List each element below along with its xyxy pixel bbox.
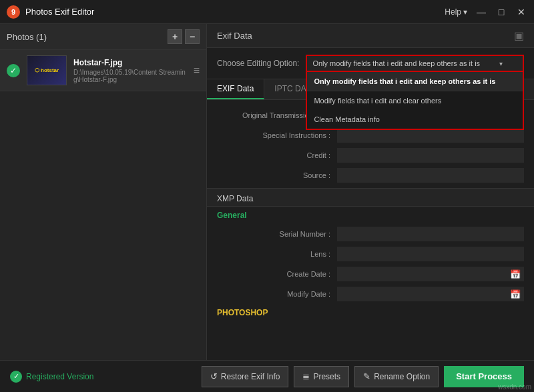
exif-header: Exif Data ▣ <box>207 24 534 48</box>
photos-buttons: + − <box>168 29 200 44</box>
photo-menu-icon[interactable]: ≡ <box>194 65 200 77</box>
rename-option-button[interactable]: ✎ Rename Option <box>354 366 439 387</box>
rename-icon: ✎ <box>363 371 370 381</box>
photo-thumbnail: ⬡ hotstar <box>27 55 67 85</box>
close-button[interactable]: ✕ <box>515 6 527 18</box>
field-label-modify-date: Modify Date : <box>217 290 330 298</box>
photo-path: D:\Images\10.05.19\Content Streaming\Hot… <box>73 69 187 83</box>
dropdown-selected-text: Only modify fields that i edit and keep … <box>312 59 480 67</box>
dropdown-item-0[interactable]: Only modify fields that i edit and keep … <box>307 72 523 91</box>
editing-option-dropdown[interactable]: Only modify fields that i edit and keep … <box>306 55 524 72</box>
rename-btn-label: Rename Option <box>374 372 430 381</box>
title-bar: 9 Photos Exif Editor Help ▾ — □ ✕ <box>0 0 534 24</box>
registered-status-icon: ✓ <box>10 371 22 383</box>
registered-text: Registered Version <box>26 372 93 381</box>
photo-check-icon: ✓ <box>7 64 20 77</box>
photo-info: Hotstar-F.jpg D:\Images\10.05.19\Content… <box>73 58 187 83</box>
field-row-modify-date: Modify Date : 📅 <box>207 284 534 304</box>
field-row-credit: Credit : <box>207 145 534 165</box>
field-label-credit: Credit : <box>217 151 330 159</box>
photo-filename: Hotstar-F.jpg <box>73 58 187 67</box>
left-panel: Photos (1) + − ✓ ⬡ hotstar Hotstar-F.jpg… <box>0 24 207 360</box>
restore-icon: ↺ <box>210 371 218 381</box>
field-input-create-date-wrapper: 📅 <box>337 267 524 281</box>
field-input-create-date[interactable] <box>340 270 510 278</box>
minimize-button[interactable]: — <box>475 6 487 18</box>
remove-photo-button[interactable]: − <box>185 29 200 44</box>
dropdown-arrow-icon: ▾ <box>499 60 503 67</box>
registered-status: ✓ Registered Version <box>10 371 93 383</box>
exif-title: Exif Data <box>217 31 252 41</box>
bottom-bar: ✓ Registered Version ↺ Restore Exif Info… <box>0 360 534 392</box>
editing-option-label: Choose Editing Option: <box>217 59 299 68</box>
help-button[interactable]: Help ▾ <box>445 7 467 17</box>
field-input-modify-date-wrapper: 📅 <box>337 287 524 301</box>
field-label-serial: Serial Number : <box>217 230 330 238</box>
field-input-serial[interactable] <box>337 227 524 241</box>
field-input-source[interactable] <box>337 168 524 183</box>
modify-date-calendar-icon[interactable]: 📅 <box>510 289 521 299</box>
exif-header-icon: ▣ <box>514 29 524 42</box>
presets-btn-label: Presets <box>313 372 340 381</box>
main-layout: Photos (1) + − ✓ ⬡ hotstar Hotstar-F.jpg… <box>0 24 534 360</box>
field-input-credit[interactable] <box>337 148 524 163</box>
restore-exif-button[interactable]: ↺ Restore Exif Info <box>202 366 289 387</box>
field-label-lens: Lens : <box>217 250 330 258</box>
general-label: General <box>207 207 534 224</box>
photoshop-label: PHOTOSHOP <box>207 304 534 321</box>
field-input-modify-date[interactable] <box>340 290 510 298</box>
field-row-serial: Serial Number : <box>207 224 534 244</box>
create-date-calendar-icon[interactable]: 📅 <box>510 269 521 279</box>
field-label-create-date: Create Date : <box>217 270 330 278</box>
presets-button[interactable]: ≣ Presets <box>294 366 349 387</box>
presets-icon: ≣ <box>302 371 310 381</box>
field-input-lens[interactable] <box>337 247 524 261</box>
field-row-lens: Lens : <box>207 244 534 264</box>
photo-list-item[interactable]: ✓ ⬡ hotstar Hotstar-F.jpg D:\Images\10.0… <box>0 50 206 91</box>
app-icon: 9 <box>7 5 20 19</box>
editing-option-dropdown-menu: Only modify fields that i edit and keep … <box>306 72 524 130</box>
right-panel: Exif Data ▣ Choose Editing Option: Only … <box>207 24 534 360</box>
photos-header: Photos (1) + − <box>0 24 206 50</box>
field-label-instructions: Special Instructions : <box>217 131 330 139</box>
dropdown-item-1[interactable]: Modify fields that i edit and clear othe… <box>307 91 523 110</box>
tab-exif-data[interactable]: EXIF Data <box>207 79 264 99</box>
add-photo-button[interactable]: + <box>168 29 182 44</box>
title-bar-left: 9 Photos Exif Editor <box>7 5 94 19</box>
photos-title: Photos (1) <box>7 32 47 42</box>
restore-btn-label: Restore Exif Info <box>221 372 280 381</box>
start-btn-label: Start Process <box>456 371 512 381</box>
maximize-button[interactable]: □ <box>495 6 507 18</box>
title-bar-controls: Help ▾ — □ ✕ <box>445 6 527 18</box>
hotstar-logo: ⬡ hotstar <box>27 56 66 85</box>
xmp-section-header: XMP Data <box>207 188 534 207</box>
watermark: wsxdn.com <box>498 383 531 391</box>
field-input-instructions[interactable] <box>337 128 524 143</box>
editing-option-dropdown-wrapper: Only modify fields that i edit and keep … <box>306 55 524 72</box>
app-title: Photos Exif Editor <box>25 7 94 17</box>
editing-option-bar: Choose Editing Option: Only modify field… <box>207 48 534 79</box>
dropdown-item-2[interactable]: Clean Metadata info <box>307 110 523 129</box>
field-row-source: Source : <box>207 165 534 185</box>
field-row-create-date: Create Date : 📅 <box>207 264 534 284</box>
field-label-source: Source : <box>217 171 330 179</box>
data-fields-area: Original Transmission Ref : Special Inst… <box>207 100 534 327</box>
